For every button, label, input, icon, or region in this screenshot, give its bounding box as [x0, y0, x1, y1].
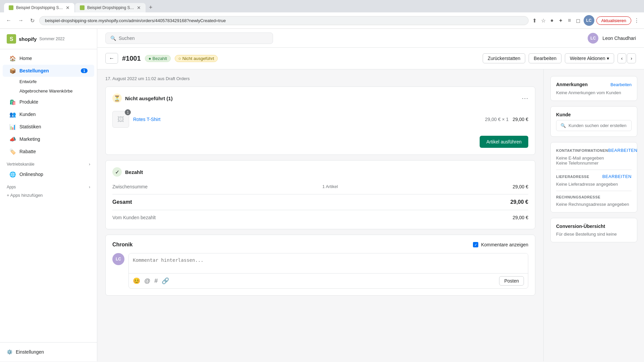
order-date: 17. August 2022 um 11:02 aus Draft Order…: [105, 76, 535, 81]
sidebar-item-einstellungen[interactable]: ⚙️ Einstellungen: [3, 347, 94, 357]
share-icon[interactable]: ⬆: [531, 17, 538, 24]
comment-box: 😊 @ # 🔗 Posten: [128, 253, 528, 289]
new-tab-button[interactable]: +: [146, 3, 155, 12]
sidebar-item-abgebrochene[interactable]: Abgebrochene Warenkörbe: [3, 86, 94, 96]
bearbeiten-button[interactable]: Bearbeiten: [529, 53, 561, 63]
product-image-icon: 🖼: [117, 116, 124, 123]
order-header: ← #1001 ● Bezahlt ○ Nicht ausgeführt Zur…: [97, 48, 644, 69]
toggle-checkbox[interactable]: ✓: [473, 242, 478, 247]
top-bar: 🔍 Suchen LC Leon Chaudhari: [97, 29, 644, 48]
post-button[interactable]: Posten: [499, 276, 524, 286]
extension-icon-1[interactable]: ●: [549, 17, 555, 24]
tab-close-1[interactable]: ✕: [66, 5, 70, 10]
search-icon: 🔍: [110, 36, 116, 41]
emoji-icon[interactable]: 😊: [133, 277, 140, 285]
reload-button[interactable]: ↻: [28, 17, 37, 24]
tab-close-2[interactable]: ✕: [137, 5, 141, 10]
sidebar-item-produkte[interactable]: 🛍️ Produkte: [3, 96, 94, 108]
onlineshop-icon: 🌐: [9, 171, 16, 178]
browser-user-avatar: LC: [584, 15, 594, 26]
artikel-ausfuehren-button[interactable]: Artikel ausführen: [480, 136, 528, 148]
payment-card-header: ✓ Bezahlt: [112, 167, 528, 177]
chronik-toggle[interactable]: ✓ Kommentare anzeigen: [473, 242, 528, 247]
more-options-icon[interactable]: ⋮: [633, 17, 640, 24]
update-button[interactable]: Aktualisieren: [596, 16, 631, 25]
browser-tab-1[interactable]: Beispiel Dropshipping Store · E... ✕: [4, 3, 74, 12]
dropdown-chevron-icon: ▾: [607, 56, 609, 61]
extension-icon-4[interactable]: ◻: [575, 17, 582, 24]
settings-label: Einstellungen: [16, 349, 44, 355]
conversion-title-row: Conversion-Übersicht: [556, 224, 632, 229]
order-prev-button[interactable]: ‹: [618, 53, 627, 63]
sidebar-item-home[interactable]: 🏠 Home: [3, 52, 94, 64]
sidebar-item-rabatte[interactable]: 🏷️ Rabatte: [3, 145, 94, 158]
browser-tab-2[interactable]: Beispiel Dropshipping Store ✕: [75, 3, 146, 12]
sidebar-item-home-label: Home: [19, 56, 32, 61]
customer-search-icon: 🔍: [560, 123, 566, 128]
tab-label-1: Beispiel Dropshipping Store · E...: [16, 5, 63, 10]
comment-input[interactable]: [129, 253, 528, 272]
order-actions: Zurückerstatten Bearbeiten Weitere Aktio…: [483, 53, 636, 63]
payment-status-icon: ✓: [112, 167, 122, 177]
add-apps-item[interactable]: + Apps hinzufügen: [0, 191, 97, 200]
sidebar-item-marketing[interactable]: 📣 Marketing: [3, 133, 94, 145]
mention-icon[interactable]: @: [144, 278, 150, 285]
weitere-aktionen-button[interactable]: Weitere Aktionen ▾: [565, 53, 614, 63]
lieferadresse-edit-button[interactable]: Bearbeiten: [602, 174, 632, 179]
kontakt-edit-button[interactable]: Bearbeiten: [608, 148, 637, 153]
conversion-title: Conversion-Übersicht: [556, 224, 605, 229]
anmerkungen-edit-button[interactable]: Bearbeiten: [610, 82, 632, 87]
sidebar-item-produkte-label: Produkte: [19, 99, 38, 105]
sidebar-item-onlineshop[interactable]: 🌐 Onlineshop: [3, 168, 94, 180]
comment-user-avatar: LC: [112, 253, 124, 265]
home-icon: 🏠: [9, 55, 16, 62]
chronik-header: Chronik ✓ Kommentare anzeigen: [112, 242, 528, 248]
order-nav-buttons: ‹ ›: [618, 53, 636, 63]
sidebar-item-rabatte-label: Rabatte: [19, 149, 36, 154]
anmerkungen-section: Anmerkungen Bearbeiten Keine Anmerkungen…: [550, 76, 637, 101]
content-area: 17. August 2022 um 11:02 aus Draft Order…: [97, 69, 543, 361]
sidebar-item-kunden-label: Kunden: [19, 112, 36, 117]
payment-card: ✓ Bezahlt Zwischensumme 1 Artikel 29,00 …: [105, 160, 535, 229]
comment-area: LC 😊 @ # 🔗 Posten: [112, 253, 528, 289]
sidebar-item-kunden[interactable]: 👥 Kunden: [3, 108, 94, 120]
customer-search[interactable]: 🔍 Kunden suchen oder erstellen: [556, 120, 632, 131]
bookmark-icon[interactable]: ☆: [540, 17, 547, 24]
forward-button[interactable]: →: [16, 17, 25, 24]
sidebar-item-entwuerfe[interactable]: Entwürfe: [3, 77, 94, 86]
shopify-logo: S shopify Sommer 2022: [7, 34, 65, 44]
order-next-button[interactable]: ›: [627, 53, 636, 63]
fulfillment-card-title: Nicht ausgeführt (1): [125, 96, 518, 101]
kontakt-title: KONTAKTINFORMATIONEN: [556, 148, 608, 153]
extension-icon-3[interactable]: ≡: [566, 17, 573, 24]
sidebar-item-abgebrochene-label: Abgebrochene Warenkörbe: [19, 88, 73, 94]
apps-section: Apps ›: [0, 181, 97, 191]
kontakt-title-row: KONTAKTINFORMATIONEN Bearbeiten: [556, 148, 632, 153]
vertriebskanaele-expand-icon[interactable]: ›: [89, 162, 90, 167]
search-bar[interactable]: 🔍 Suchen: [105, 33, 273, 44]
vertriebskanaele-label: Vertriebskanäle: [7, 162, 35, 167]
shopify-season: Sommer 2022: [39, 37, 64, 41]
zwischensumme-value: 29,00 €: [513, 184, 528, 189]
stats-icon: 📊: [9, 123, 16, 130]
lieferadresse-title: LIEFERADRESSE: [556, 175, 589, 179]
svg-text:S: S: [10, 36, 13, 42]
url-bar[interactable]: [39, 16, 529, 25]
lieferadresse-title-row: LIEFERADRESSE Bearbeiten: [556, 174, 632, 179]
order-back-button[interactable]: ←: [105, 53, 118, 64]
link-icon[interactable]: 🔗: [162, 277, 169, 285]
payment-divider-2: [112, 210, 528, 210]
sidebar-item-bestellungen[interactable]: 📦 Bestellungen 1: [3, 65, 94, 77]
product-name[interactable]: Rotes T-Shirt: [133, 117, 481, 122]
back-button[interactable]: ←: [4, 17, 13, 24]
sidebar-header: S shopify Sommer 2022: [0, 29, 97, 49]
extension-icon-2[interactable]: ✦: [557, 17, 564, 24]
payment-card-title: Bezahlt: [125, 169, 528, 175]
fulfillment-menu-icon[interactable]: ⋯: [522, 94, 528, 102]
anmerkungen-text: Keine Anmerkungen vom Kunden: [556, 90, 621, 95]
settings-icon: ⚙️: [7, 349, 12, 355]
hashtag-icon[interactable]: #: [154, 278, 158, 285]
sidebar-item-statistiken[interactable]: 📊 Statistiken: [3, 121, 94, 133]
apps-expand-icon[interactable]: ›: [89, 185, 90, 189]
zurueckerstatten-button[interactable]: Zurückerstatten: [483, 53, 525, 63]
